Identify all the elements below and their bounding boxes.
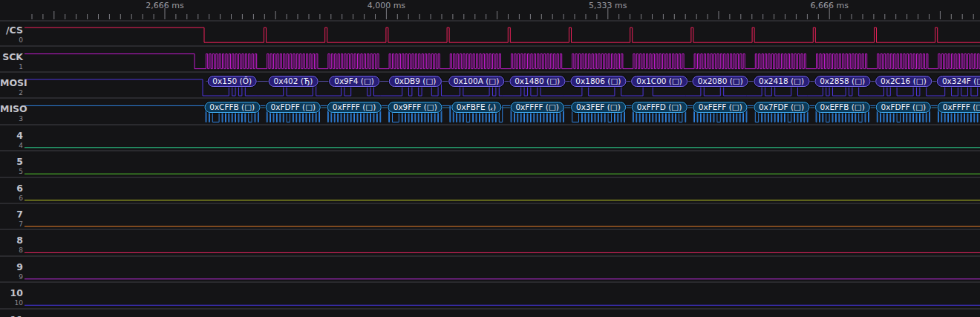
channel-number: 9: [0, 273, 23, 281]
channel-name[interactable]: 10: [0, 288, 23, 298]
spi-miso-annotation: 0xFFFD (□): [632, 102, 687, 113]
spi-miso-annotation: 0xFFFF (□): [327, 102, 382, 113]
spi-mosi-annotation: 0x324F (□): [937, 76, 980, 87]
spi-mosi-annotation: 0x100A (□): [448, 76, 505, 87]
channel-row-10: 1010: [0, 283, 980, 309]
channel-number: 0: [0, 36, 23, 44]
spi-mosi-annotation: 0x9F4 (□): [329, 76, 379, 87]
spi-mosi-annotation: 0x2858 (□): [814, 76, 870, 87]
spi-mosi-annotation: 0x1C00 (□): [631, 76, 687, 87]
spi-mosi-annotation: 0xDB9 (□): [389, 76, 441, 87]
spi-mosi-annotation: 0x402 (Ђ): [269, 76, 318, 87]
spi-miso-annotation: 0xFBFE (ﯾ): [451, 102, 501, 113]
channel-row-9: 99: [0, 257, 980, 283]
spi-mosi-annotation: 0x2418 (□): [754, 76, 809, 87]
spi-mosi-annotation: 0x2080 (□): [693, 76, 748, 87]
spi-miso-annotation: 0xEFFB (□): [815, 102, 870, 113]
channel-number: 10: [0, 299, 23, 307]
time-ruler[interactable]: 2,666 ms4,000 ms5,333 ms6,666 ms: [0, 0, 980, 22]
channel-number: 4: [0, 142, 23, 149]
channel-name[interactable]: 8: [0, 235, 23, 246]
spi-mosi-annotation: 0x150 (Ő): [207, 76, 257, 87]
time-label: 4,000 ms: [368, 1, 405, 10]
channel-name[interactable]: 11: [0, 315, 23, 317]
channel-row-5: 55: [0, 151, 980, 177]
channel-row-8: 88: [0, 230, 980, 256]
channel-number: 2: [0, 89, 23, 97]
time-label: 2,666 ms: [146, 1, 183, 10]
channel-name[interactable]: 7: [0, 209, 23, 220]
channel-number: 6: [0, 195, 23, 202]
spi-miso-annotation: 0x9FFF (□): [388, 102, 442, 113]
spi-mosi-annotation: 0x1806 (□): [570, 76, 626, 87]
spi-miso-annotation: 0xFDFF (□): [876, 102, 932, 113]
channel-name[interactable]: SCK: [0, 52, 23, 62]
spi-miso-annotation: 0xFDFF (□): [266, 102, 321, 113]
time-label: 6,666 ms: [810, 1, 848, 10]
channel-row-7: 77: [0, 204, 980, 230]
channel-number: 5: [0, 168, 23, 175]
channel-row-0: /CS0: [0, 20, 980, 46]
channel-number: 3: [0, 115, 23, 122]
channel-name[interactable]: 6: [0, 183, 23, 194]
channel-name[interactable]: /CS: [0, 25, 23, 36]
channel-row-4: 44: [0, 125, 980, 151]
time-label: 5,333 ms: [589, 1, 627, 10]
channel-number: 7: [0, 220, 23, 228]
trace-viewport: 2,666 ms4,000 ms5,333 ms6,666 ms /CS0SCK…: [0, 0, 980, 317]
spi-miso-annotation: 0x7FDF (□): [754, 102, 809, 113]
spi-miso-annotation: 0xCFFB (□): [204, 102, 260, 113]
channel-row-11: 11: [0, 310, 980, 317]
channel-number: 8: [0, 246, 23, 254]
channel-name[interactable]: 5: [0, 157, 23, 167]
channel-name[interactable]: 9: [0, 262, 23, 272]
channel-row-6: 66: [0, 178, 980, 204]
channel-number: 1: [0, 63, 23, 71]
channel-name[interactable]: MISO: [0, 104, 23, 114]
channel-row-1: SCK1: [0, 47, 980, 73]
spi-mosi-annotation: 0x2C16 (□): [875, 76, 932, 87]
spi-mosi-annotation: 0x1480 (□): [509, 76, 565, 87]
spi-miso-annotation: 0xFFFF (□): [938, 102, 980, 113]
channel-name[interactable]: 4: [0, 131, 23, 141]
spi-miso-annotation: 0xFEFF (□): [693, 102, 748, 113]
spi-miso-annotation: 0x3FEF (□): [571, 102, 626, 113]
channel-name[interactable]: MOSI: [0, 78, 23, 88]
spi-miso-annotation: 0xFFFF (□): [510, 102, 564, 113]
